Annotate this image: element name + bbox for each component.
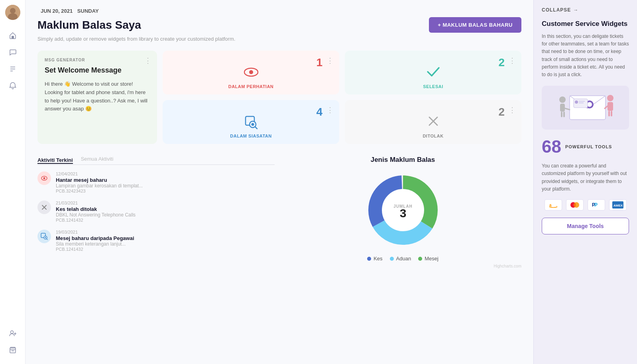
- tools-label: POWERFUL TOOLS: [565, 144, 612, 149]
- widget-dp-label: DALAM PERHATIAN: [163, 84, 339, 89]
- legend-kes-dot: [367, 257, 371, 261]
- new-maklum-button[interactable]: + MAKLUM BALAS BAHARU: [429, 17, 521, 33]
- svg-rect-10: [10, 348, 16, 353]
- sidebar: [0, 0, 26, 364]
- widget-selesai-icon: [426, 65, 440, 81]
- svg-text:AMEX: AMEX: [613, 204, 623, 207]
- legend-aduan-label: Aduan: [396, 256, 411, 262]
- widget-dt-label: DITOLAK: [345, 134, 521, 138]
- svg-rect-3: [12, 36, 14, 39]
- legend-kes: Kes: [367, 256, 382, 262]
- svg-text:a: a: [549, 203, 552, 207]
- page-header: Maklum Balas Saya + MAKLUM BALAS BAHARU: [37, 17, 521, 33]
- sidebar-item-home[interactable]: [5, 28, 20, 43]
- svg-rect-41: [561, 112, 562, 117]
- donut-chart: JUMLAH 3: [284, 170, 521, 250]
- sidebar-item-user-plus[interactable]: [5, 326, 20, 341]
- activity-desc-2: DBKL Not Answering Telephone Calls: [56, 212, 136, 218]
- activity-title-2: Kes telah ditolak: [56, 206, 136, 212]
- legend-mesej-dot: [418, 257, 422, 261]
- legend-kes-label: Kes: [374, 256, 382, 262]
- widget-ds-icon: [244, 115, 258, 131]
- manage-tools-button[interactable]: Manage Tools: [542, 218, 629, 234]
- date-row: JUN 20, 2021 SUNDAY: [37, 8, 521, 14]
- widget-dt-icon: [427, 115, 440, 130]
- payment-icon-paypal: P P: [588, 199, 605, 211]
- activity-content-2: 21/03/2021 Kes telah ditolak DBKL Not An…: [56, 201, 136, 222]
- svg-point-22: [43, 177, 45, 179]
- page-subtitle: Simply add, update or remove widgets fro…: [37, 36, 521, 42]
- widget-dt-count: 2: [498, 106, 505, 118]
- legend-aduan: Aduan: [390, 256, 411, 262]
- bottom-row: Aktiviti Terkini Semua Aktiviti 12/04/20…: [37, 156, 521, 268]
- svg-rect-44: [608, 102, 613, 111]
- sidebar-item-archive[interactable]: [5, 342, 20, 358]
- avatar[interactable]: [5, 5, 20, 20]
- date-text: JUN 20, 2021: [41, 8, 73, 14]
- main-content: JUN 20, 2021 SUNDAY Maklum Balas Saya + …: [26, 0, 533, 364]
- widget-selesai-label: SELESAI: [345, 84, 521, 89]
- widget-ds-count: 4: [316, 106, 322, 118]
- widget-dp-icon: [244, 65, 258, 81]
- activity-item: 12/04/2021 Hantar mesej baharu Lampiran …: [37, 171, 275, 193]
- right-panel: COLLAPSE → Customer Service Widgets In t…: [533, 0, 637, 364]
- activity-date-2: 21/03/2021: [56, 201, 136, 205]
- widget-selesai-menu[interactable]: ⋮: [509, 56, 516, 65]
- activity-desc-1: Lampiran gambar kerosakan di templat...: [56, 183, 143, 189]
- svg-point-7: [10, 331, 13, 334]
- svg-line-17: [255, 127, 257, 129]
- widget-msg-body: Hi there 👋 Welcome to visit our store! L…: [45, 80, 150, 113]
- widget-msg-menu[interactable]: ⋮: [144, 56, 151, 65]
- panel-tools-desc: You can create a powerful and customized…: [542, 162, 629, 193]
- activity-icon-3: [37, 230, 51, 243]
- activity-content-1: 12/04/2021 Hantar mesej baharu Lampiran …: [56, 171, 143, 193]
- activity-title-3: Mesej baharu daripada Pegawai: [56, 235, 134, 241]
- activity-date-1: 12/04/2021: [56, 171, 143, 176]
- sidebar-item-notifications[interactable]: [5, 78, 20, 93]
- widget-dp-menu[interactable]: ⋮: [326, 56, 334, 65]
- panel-title: Customer Service Widgets: [542, 20, 629, 28]
- panel-description: In this section, you can deligate ticket…: [542, 33, 629, 79]
- svg-point-39: [559, 96, 566, 103]
- widget-dp-count: 1: [316, 56, 322, 69]
- sidebar-item-chat[interactable]: [5, 45, 20, 60]
- widget-dalam-siasatan: ⋮ 4 DALAM SIASATAN: [163, 100, 339, 144]
- panel-tools-row: 68 POWERFUL TOOLS: [542, 137, 629, 157]
- legend-mesej: Mesej: [418, 256, 438, 262]
- svg-rect-42: [563, 112, 565, 117]
- sidebar-item-tasks[interactable]: [5, 61, 20, 77]
- widgets-grid: MSG GENERATOR ⋮ Set Welcome Message Hi t…: [37, 51, 521, 144]
- payment-icon-amazon: a: [545, 199, 562, 211]
- svg-line-28: [47, 239, 47, 240]
- activity-section: Aktiviti Terkini Semua Aktiviti 12/04/20…: [37, 156, 275, 268]
- activity-tabs: Aktiviti Terkini Semua Aktiviti: [37, 156, 275, 165]
- highcharts-credit: Highcharts.com: [284, 264, 521, 268]
- activity-ref-2: PCB.1241432: [56, 218, 136, 222]
- svg-rect-45: [608, 111, 610, 116]
- widget-msg-title: Set Welcome Message: [45, 66, 150, 75]
- payment-icons: a P P AMEX: [542, 199, 629, 211]
- svg-point-1: [10, 8, 16, 14]
- tab-semua-aktiviti[interactable]: Semua Aktiviti: [81, 156, 114, 162]
- activity-ref-1: PCB.32423423: [56, 189, 143, 193]
- widget-dt-menu[interactable]: ⋮: [509, 106, 516, 114]
- collapse-label: COLLAPSE: [542, 7, 571, 13]
- widget-ds-menu[interactable]: ⋮: [326, 106, 334, 114]
- widget-ditolak: ⋮ 2 DITOLAK: [345, 100, 521, 144]
- activity-item: 21/03/2021 Kes telah ditolak DBKL Not An…: [37, 201, 275, 222]
- legend-aduan-dot: [390, 257, 394, 261]
- activity-content-3: 19/03/2021 Mesej baharu daripada Pegawai…: [56, 230, 134, 252]
- svg-point-50: [575, 100, 578, 104]
- chart-title: Jenis Maklum Balas: [284, 156, 521, 164]
- tab-aktiviti-terkini[interactable]: Aktiviti Terkini: [37, 157, 73, 164]
- collapse-button[interactable]: COLLAPSE →: [542, 7, 629, 13]
- svg-point-18: [251, 123, 254, 126]
- svg-rect-46: [611, 111, 612, 116]
- chart-legend: Kes Aduan Mesej: [284, 256, 521, 262]
- widget-selesai-count: 2: [498, 56, 505, 69]
- svg-text:3: 3: [399, 207, 406, 220]
- collapse-arrow-icon: →: [573, 7, 578, 13]
- widget-selesai: ⋮ 2 SELESAI: [345, 51, 521, 94]
- activity-title-1: Hantar mesej baharu: [56, 177, 143, 183]
- svg-point-14: [249, 70, 253, 74]
